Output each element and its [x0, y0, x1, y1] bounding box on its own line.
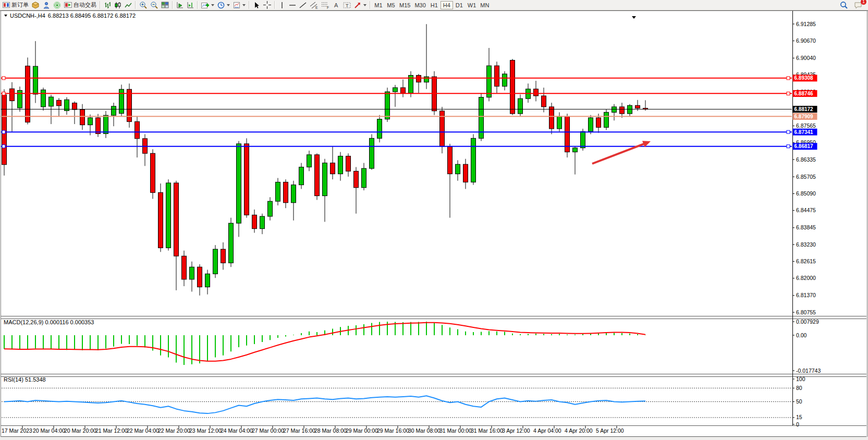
candle-down	[182, 256, 187, 279]
label-tool-button[interactable]: T	[341, 1, 352, 10]
candle-up	[291, 185, 296, 203]
arrow-tools-button[interactable]	[352, 1, 368, 10]
fibonacci-button[interactable]: F	[320, 1, 331, 10]
zoom-out-button[interactable]	[149, 1, 160, 10]
price-tick-label: 6.91285	[796, 21, 816, 27]
data-window-button[interactable]	[41, 1, 52, 10]
chart-shift-button[interactable]	[185, 1, 195, 10]
candle-up	[424, 77, 429, 82]
candle-down	[417, 75, 421, 82]
navigator-button[interactable]	[52, 1, 63, 10]
candle-down	[244, 144, 249, 215]
notification-badge: 1	[861, 0, 866, 5]
timeframe-m30-button[interactable]: M30	[412, 1, 427, 9]
equidistant-channel-button[interactable]: E	[308, 1, 320, 10]
timeframe-d1-button[interactable]: D1	[453, 1, 466, 9]
indicators-button[interactable]	[200, 1, 216, 10]
search-button[interactable]	[838, 1, 849, 10]
candle-down	[549, 107, 554, 129]
trendline-button[interactable]	[298, 1, 308, 10]
price-line-label: 6.87909	[794, 114, 814, 119]
line-anchor[interactable]	[2, 77, 5, 80]
chevron-down-icon	[211, 4, 214, 6]
candle-up	[573, 148, 578, 152]
zoom-in-button[interactable]	[138, 1, 149, 10]
candle-down	[346, 156, 351, 171]
timeframe-mn-button[interactable]: MN	[478, 1, 491, 9]
cursor-button[interactable]	[251, 1, 262, 10]
candle-down	[198, 267, 202, 287]
candle-down	[354, 171, 359, 188]
price-line-label: 6.87341	[794, 129, 814, 135]
time-tick-label: 27 Mar 00:00	[252, 427, 284, 434]
timeframe-h1-button[interactable]: H1	[428, 1, 441, 9]
time-tick-label: 20 Mar 20:00	[64, 427, 96, 434]
vertical-line-button[interactable]	[277, 1, 287, 10]
line-anchor[interactable]	[787, 92, 790, 95]
line-anchor[interactable]	[787, 130, 790, 133]
candle-down	[495, 66, 499, 86]
channel-icon: E	[310, 2, 318, 9]
rsi-tick-label: 100	[796, 376, 805, 382]
price-line-label: 6.88172	[794, 106, 814, 112]
chart-canvas[interactable]: 6.912856.906706.900406.894256.888106.881…	[0, 0, 868, 440]
line-anchor[interactable]	[2, 130, 5, 133]
bar-chart-button[interactable]	[102, 1, 113, 10]
timeframe-w1-button[interactable]: W1	[466, 1, 479, 9]
new-order-icon	[3, 2, 10, 8]
candle-up	[229, 223, 234, 263]
macd-tick-label: -0.017743	[796, 368, 821, 374]
svg-text:F: F	[327, 5, 329, 9]
fibonacci-icon: F	[321, 2, 329, 9]
line-chart-button[interactable]	[123, 1, 133, 10]
line-anchor[interactable]	[2, 145, 5, 148]
candle-down	[72, 103, 77, 110]
candle-up	[604, 112, 609, 127]
timeframe-m5-button[interactable]: M5	[385, 1, 397, 9]
macd-tick-label: 0.007929	[796, 319, 819, 325]
candle-down	[2, 95, 7, 165]
text-tool-button[interactable]: A	[331, 1, 341, 10]
toolbar-separator	[100, 1, 101, 9]
timeframe-m1-button[interactable]: M1	[372, 1, 385, 9]
notifications-button[interactable]: 1	[852, 1, 864, 10]
templates-button[interactable]	[231, 1, 247, 10]
candle-down	[315, 155, 320, 196]
candle-up	[456, 164, 460, 174]
price-tick-label: 6.84475	[796, 207, 816, 213]
price-tick-label: 6.85705	[796, 174, 816, 180]
timeframe-m15-button[interactable]: M15	[397, 1, 412, 9]
price-line-label: 6.88746	[794, 91, 814, 96]
price-tick-label: 6.80755	[796, 309, 816, 315]
horizontal-line-icon	[289, 3, 296, 8]
candle-down	[252, 215, 257, 228]
svg-text:E: E	[315, 5, 318, 9]
market-watch-button[interactable]	[30, 1, 41, 10]
timeframe-h4-button[interactable]: H4	[441, 1, 453, 9]
label-tool-icon: T	[343, 2, 351, 9]
line-anchor[interactable]	[787, 145, 790, 148]
price-line-label: 6.86817	[794, 143, 814, 149]
price-tick-label: 6.90670	[796, 38, 816, 44]
price-tick-label: 6.85090	[796, 190, 816, 197]
time-tick-label: 31 Mar 00:00	[439, 427, 472, 434]
arrow-tools-icon	[354, 2, 361, 9]
periods-button[interactable]	[216, 1, 231, 10]
candle-down	[448, 146, 453, 174]
auto-scroll-button[interactable]	[175, 1, 185, 10]
candle-up	[385, 92, 390, 119]
line-anchor[interactable]	[787, 77, 790, 80]
time-tick-label: 29 Mar 16:00	[377, 427, 409, 434]
candle-up	[338, 156, 343, 174]
crosshair-button[interactable]	[262, 1, 273, 10]
horizontal-line-button[interactable]	[287, 1, 298, 10]
line-anchor[interactable]	[2, 92, 5, 95]
autotrading-button[interactable]: 自动交易	[63, 1, 98, 10]
tile-windows-button[interactable]	[160, 1, 170, 10]
candlestick-chart-button[interactable]	[113, 1, 123, 10]
candle-down	[401, 88, 406, 93]
candle-up	[49, 97, 54, 106]
candle-up	[628, 105, 632, 114]
new-order-button[interactable]: 新订单	[1, 1, 30, 10]
zoom-in-icon	[139, 1, 147, 9]
